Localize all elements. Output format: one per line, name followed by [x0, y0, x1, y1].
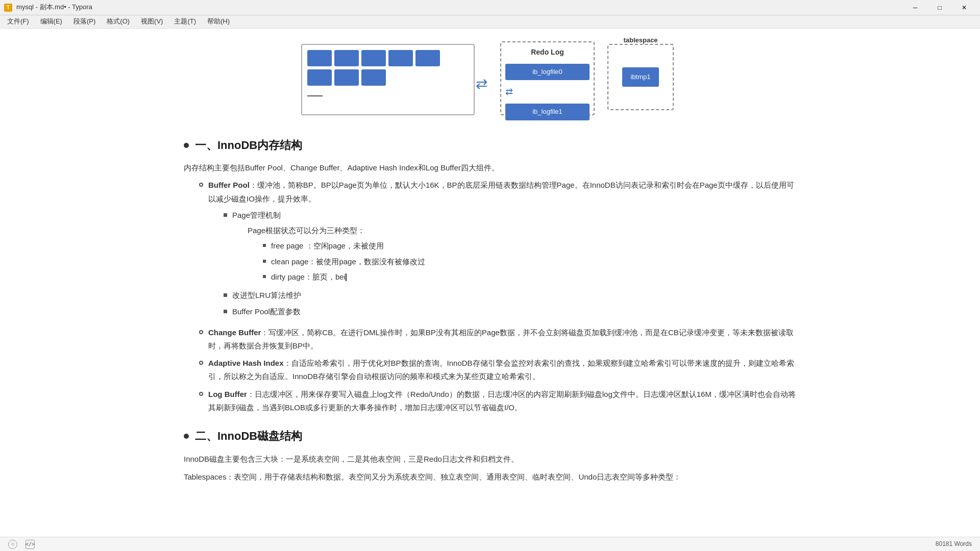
section2-heading: 二、InnoDB磁盘结构 — [184, 427, 796, 445]
page-mgmt-title: Page管理机制 — [232, 211, 281, 219]
buffer-pool-title: Buffer Pool — [208, 181, 250, 189]
menu-paragraph[interactable]: 段落(P) — [68, 15, 101, 28]
buffer-pool-text: Buffer Pool：缓冲池，简称BP。BP以Page页为单位，默认大小16K… — [208, 179, 796, 321]
redo-log-box: Redo Log ib_logfile0 ⇄ ib_logfile1 — [500, 41, 595, 115]
content-area[interactable]: ⇄ Redo Log ib_logfile0 ⇄ ib_logfile1 tab… — [0, 29, 980, 537]
list-l1-buffer-pool: Buffer Pool：缓冲池，简称BP。BP以Page页为单位，默认大小16K… — [199, 179, 796, 414]
title-bar-controls: ─ □ ✕ — [903, 0, 976, 15]
bullet-dot-2 — [184, 434, 189, 439]
menu-theme[interactable]: 主题(T) — [169, 15, 201, 28]
square-bullet-sm-3 — [263, 275, 266, 278]
text-cursor — [346, 273, 347, 281]
page-type-intro-wrap: Page根据状态可以分为三种类型： free page ：空闲page，未被使用 — [248, 224, 425, 284]
circle-bullet-1 — [199, 183, 203, 187]
change-buffer-desc: ：写缓冲区，简称CB。在进行DML操作时，如果BP没有其相应的Page数据，并不… — [208, 328, 794, 350]
adaptive-hash-item: Adaptive Hash Index：自适应哈希索引，用于优化对BP数据的查询… — [199, 357, 796, 384]
document-content: ⇄ Redo Log ib_logfile0 ⇄ ib_logfile1 tab… — [184, 39, 796, 484]
page-mgmt-content: Page管理机制 Page根据状态可以分为三种类型： free page ：空闲… — [232, 209, 425, 286]
close-button[interactable]: ✕ — [952, 0, 976, 15]
menu-help[interactable]: 帮助(H) — [202, 15, 235, 28]
menu-view[interactable]: 视图(V) — [136, 15, 168, 28]
menu-file[interactable]: 文件(F) — [2, 15, 34, 28]
section2-title: 二、InnoDB磁盘结构 — [195, 427, 302, 445]
title-bar-left: T mysql - 副本.md• - Typora — [4, 2, 92, 13]
free-page-item: free page ：空闲page，未被使用 — [263, 239, 425, 253]
buffer-pool-item: Buffer Pool：缓冲池，简称BP。BP以Page页为单位，默认大小16K… — [199, 179, 796, 321]
lru-title: 改进型LRU算法维护 — [232, 289, 301, 302]
bullet-dot — [184, 143, 189, 148]
circle-bullet-2 — [199, 330, 203, 334]
adaptive-hash-desc: ：自适应哈希索引，用于优化对BP数据的查询。InnoDB存储引擎会监控对表索引的… — [208, 359, 794, 381]
square-bullet-sm-1 — [263, 244, 266, 247]
cursor-text: bei — [335, 272, 346, 281]
bp-config-title: Buffer Pool配置参数 — [232, 305, 301, 318]
menu-bar: 文件(F) 编辑(E) 段落(P) 格式(O) 视图(V) 主题(T) 帮助(H… — [0, 15, 980, 29]
circle-bullet-4 — [199, 392, 203, 396]
status-bar-left: ○ </> — [8, 540, 35, 549]
section1-heading: 一、InnoDB内存结构 — [184, 136, 796, 155]
change-buffer-item: Change Buffer：写缓冲区，简称CB。在进行DML操作时，如果BP没有… — [199, 326, 796, 353]
circle-bullet-3 — [199, 361, 203, 365]
dirty-page-item: dirty page：脏页，bei — [263, 270, 425, 284]
section1-title: 一、InnoDB内存结构 — [195, 136, 302, 155]
adaptive-hash-title: Adaptive Hash Index — [208, 359, 284, 367]
tablespace-box: tablespace ibtmp1 — [607, 44, 674, 110]
bp-config-item: Buffer Pool配置参数 — [224, 305, 796, 318]
change-buffer-title: Change Buffer — [208, 328, 261, 337]
log-buffer-title: Log Buffer — [208, 390, 247, 398]
window-title: mysql - 副本.md• - Typora — [16, 2, 92, 13]
menu-format[interactable]: 格式(O) — [102, 15, 135, 28]
status-code-icon[interactable]: </> — [26, 540, 35, 549]
list-l2-page-mgmt: Page管理机制 Page根据状态可以分为三种类型： free page ：空闲… — [224, 209, 796, 319]
page-type-intro: Page根据状态可以分为三种类型： — [248, 224, 425, 237]
page-mgmt-item: Page管理机制 Page根据状态可以分为三种类型： free page ：空闲… — [224, 209, 796, 286]
free-page-text: free page ：空闲page，未被使用 — [271, 239, 384, 253]
section2-intro: InnoDB磁盘主要包含三大块：一是系统表空间，二是其他表空间，三是Redo日志… — [184, 452, 796, 466]
word-count: 80181 Words — [936, 539, 972, 549]
tablespaces-desc: Tablespaces：表空间，用于存储表结构和数据。表空间又分为系统表空间、独… — [184, 470, 796, 484]
log-buffer-desc: ：日志缓冲区，用来保存要写入磁盘上log文件（Redo/Undo）的数据，日志缓… — [208, 390, 796, 412]
diagram-container: ⇄ Redo Log ib_logfile0 ⇄ ib_logfile1 tab… — [184, 39, 796, 120]
square-bullet-1 — [224, 213, 227, 217]
square-bullet-config — [224, 310, 227, 313]
section1-intro: 内存结构主要包括Buffer Pool、Change Buffer、Adapti… — [184, 161, 796, 174]
log-buffer-text: Log Buffer：日志缓冲区，用来保存要写入磁盘上log文件（Redo/Un… — [208, 388, 796, 415]
app-icon: T — [4, 4, 12, 12]
clean-page-item: clean page：被使用page，数据没有被修改过 — [263, 255, 425, 268]
status-circle-icon[interactable]: ○ — [8, 540, 17, 549]
buffer-pool-desc: ：缓冲池，简称BP。BP以Page页为单位，默认大小16K，BP的底层采用链表数… — [208, 181, 794, 203]
log-buffer-item: Log Buffer：日志缓冲区，用来保存要写入磁盘上log文件（Redo/Un… — [199, 388, 796, 415]
clean-page-text: clean page：被使用page，数据没有被修改过 — [271, 255, 425, 268]
square-bullet-lru — [224, 293, 227, 297]
square-bullet-sm-2 — [263, 260, 266, 263]
status-bar: ○ </> 80181 Words — [0, 537, 980, 551]
list-l3-page-types: free page ：空闲page，未被使用 clean page：被使用pag… — [263, 239, 425, 284]
maximize-button[interactable]: □ — [928, 0, 951, 15]
minimize-button[interactable]: ─ — [903, 0, 927, 15]
menu-edit[interactable]: 编辑(E) — [35, 15, 67, 28]
arrow-left-right: ⇄ — [476, 72, 487, 96]
lru-item: 改进型LRU算法维护 — [224, 289, 796, 302]
buffer-pool-diagram — [301, 44, 475, 115]
adaptive-hash-text: Adaptive Hash Index：自适应哈希索引，用于优化对BP数据的查询… — [208, 357, 796, 384]
title-bar: T mysql - 副本.md• - Typora ─ □ ✕ — [0, 0, 980, 15]
dirty-page-text: dirty page：脏页，bei — [271, 270, 347, 284]
change-buffer-text: Change Buffer：写缓冲区，简称CB。在进行DML操作时，如果BP没有… — [208, 326, 796, 353]
